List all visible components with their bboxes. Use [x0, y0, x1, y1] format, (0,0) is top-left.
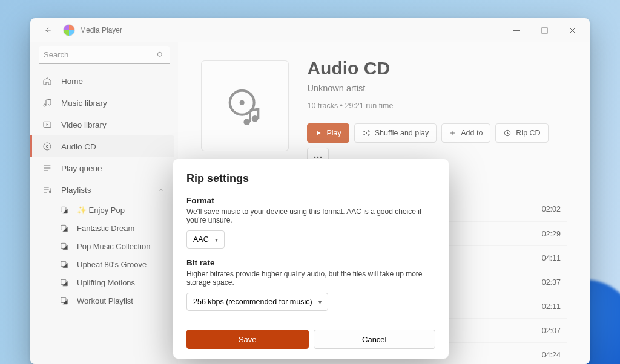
chevron-down-icon: ▾ — [215, 236, 218, 243]
format-value: AAC — [193, 235, 209, 244]
bitrate-value: 256 kbps (recommended for music) — [193, 297, 312, 306]
app-window: Media Player Home — [30, 18, 590, 364]
format-label: Format — [186, 196, 435, 205]
bitrate-select[interactable]: 256 kbps (recommended for music) ▾ — [186, 293, 328, 311]
rip-settings-dialog: Rip settings Format We'll save music to … — [173, 159, 449, 359]
format-description: We'll save music to your device using th… — [186, 207, 435, 224]
chevron-down-icon: ▾ — [318, 299, 322, 305]
save-button[interactable]: Save — [186, 330, 309, 349]
bitrate-label: Bit rate — [186, 258, 435, 267]
dialog-title: Rip settings — [186, 172, 435, 185]
format-select[interactable]: AAC ▾ — [186, 230, 225, 249]
bitrate-description: Higher bitrates provide higher quality a… — [186, 270, 435, 287]
cancel-button[interactable]: Cancel — [314, 330, 436, 349]
